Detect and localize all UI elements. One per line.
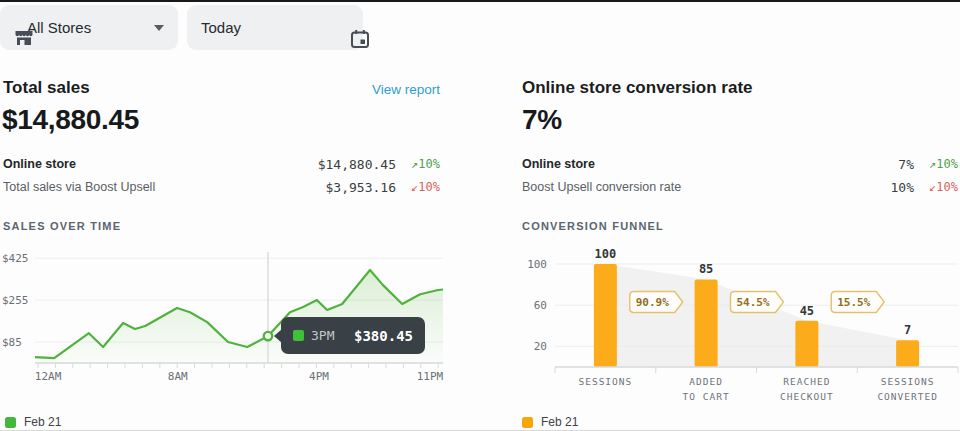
analytics-dashboard: All Stores Today Total sales View report… <box>0 0 960 431</box>
funnel-bar <box>594 264 617 367</box>
metric-value: 7% <box>898 157 914 172</box>
total-sales-title: Total sales <box>3 78 90 98</box>
x-axis-label: 4PM <box>309 370 329 383</box>
date-selector-label: Today <box>201 19 241 36</box>
y-axis-label: $255 <box>2 294 29 307</box>
chevron-down-icon <box>154 25 164 31</box>
metric-row: Boost Upsell conversion rate 10% ↙10% <box>522 177 958 197</box>
conversion-funnel-header: CONVERSION FUNNEL <box>522 220 664 232</box>
legend-swatch-orange <box>522 417 533 428</box>
legend-swatch-green <box>5 417 16 428</box>
drop-rate-label: 54.5% <box>736 296 769 309</box>
date-selector[interactable]: Today <box>187 5 363 50</box>
bar-value-label: 7 <box>904 323 911 337</box>
view-report-link[interactable]: View report <box>372 82 440 97</box>
category-label: TO CART <box>683 391 730 402</box>
metric-row: Online store 7% ↗10% <box>522 154 958 174</box>
funnel-shadow <box>605 264 907 367</box>
conversion-title: Online store conversion rate <box>522 78 753 98</box>
metric-row: Total sales via Boost Upsell $3,953.16 ↙… <box>3 177 440 197</box>
category-label: REACHED <box>783 376 830 387</box>
metric-label: Online store <box>3 157 318 171</box>
conversion-funnel-chart[interactable]: 2060100100SESSIONS85ADDEDTO CART45REACHE… <box>515 240 960 415</box>
y-axis-label: $425 <box>2 252 29 265</box>
funnel-bar <box>695 279 718 367</box>
category-label: CONVERTED <box>877 391 937 402</box>
highlight-point-marker <box>264 332 272 340</box>
y-axis-label: $85 <box>2 336 22 349</box>
tooltip-arrow <box>274 329 282 343</box>
conversion-value: 7% <box>522 104 562 136</box>
bar-value-label: 45 <box>800 304 814 318</box>
metric-change: ↙10% <box>914 180 958 194</box>
category-label: SESSIONS <box>578 376 632 387</box>
sales-over-time-chart[interactable]: $85$255$42512AM8AM4PM11PM <box>0 245 448 385</box>
y-axis-label: 60 <box>534 299 547 312</box>
total-sales-value: $14,880.45 <box>2 104 139 136</box>
store-selector[interactable]: All Stores <box>0 5 178 50</box>
category-label: CHECKOUT <box>780 391 834 402</box>
metric-value: $14,880.45 <box>318 157 396 172</box>
bar-value-label: 100 <box>595 247 617 261</box>
legend-label: Feb 21 <box>541 415 578 429</box>
metric-label: Online store <box>522 157 898 171</box>
funnel-bar <box>896 340 919 367</box>
tooltip-series-swatch <box>293 330 304 341</box>
funnel-legend: Feb 21 <box>522 415 578 429</box>
metric-change: ↙10% <box>396 180 440 194</box>
category-label: ADDED <box>689 376 723 387</box>
store-selector-label: All Stores <box>27 19 91 36</box>
metric-value: 10% <box>891 180 914 195</box>
chart-tooltip: 3PM $380.45 <box>281 317 425 354</box>
metric-change: ↗10% <box>914 157 958 171</box>
x-axis-label: 12AM <box>35 370 62 383</box>
metric-row: Online store $14,880.45 ↗10% <box>3 154 440 174</box>
tooltip-time: 3PM <box>311 328 334 343</box>
x-axis-label: 11PM <box>417 370 444 383</box>
bar-value-label: 85 <box>699 262 713 276</box>
sales-over-time-header: SALES OVER TIME <box>3 220 121 232</box>
metric-change: ↗10% <box>396 157 440 171</box>
y-axis-label: 100 <box>527 258 547 271</box>
metric-label: Total sales via Boost Upsell <box>3 180 326 194</box>
sales-legend: Feb 21 <box>5 415 61 429</box>
metric-label: Boost Upsell conversion rate <box>522 180 891 194</box>
drop-rate-label: 90.9% <box>636 296 669 309</box>
y-axis-label: 20 <box>534 340 547 353</box>
legend-label: Feb 21 <box>24 415 61 429</box>
x-axis-label: 8AM <box>168 370 188 383</box>
category-label: SESSIONS <box>881 376 935 387</box>
metric-value: $3,953.16 <box>326 180 396 195</box>
funnel-bar <box>795 321 818 367</box>
drop-rate-label: 15.5% <box>837 296 870 309</box>
tooltip-value: $380.45 <box>354 328 413 344</box>
